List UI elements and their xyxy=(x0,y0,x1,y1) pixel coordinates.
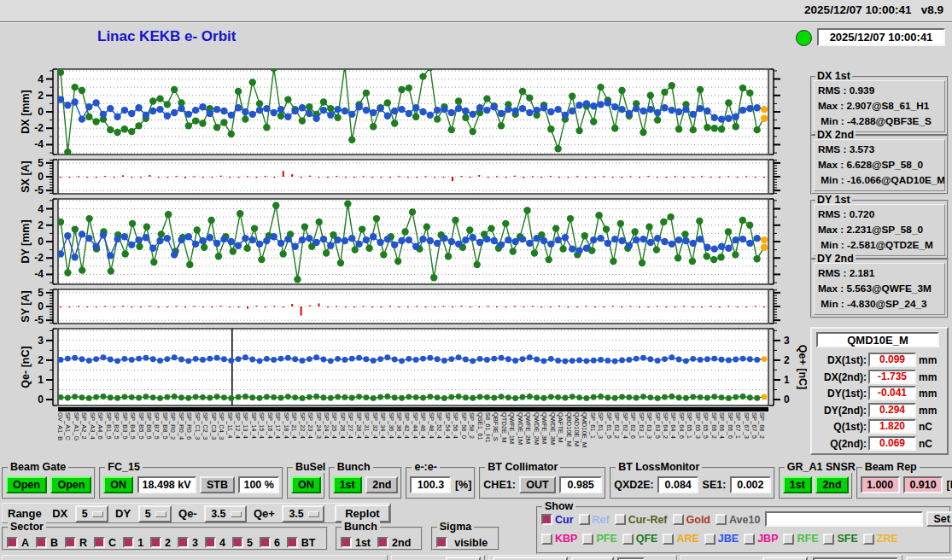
range-qem-label: Qe- xyxy=(178,507,197,520)
show-checkbox-ave10[interactable] xyxy=(715,514,727,525)
svg-text:0: 0 xyxy=(38,171,44,183)
dx-plot[interactable]: 420-2-4DX [mm] xyxy=(0,67,807,156)
control-row-3: Sector ABRC123456BT Bunch 1st2nd Sigma v… xyxy=(2,527,504,552)
x-axis-tick-bar xyxy=(58,407,768,411)
show-checkbox-zre[interactable] xyxy=(863,534,874,545)
bunch-select[interactable]: 1st xyxy=(571,557,614,560)
timestamp-box: 2025/12/07 10:00:41 xyxy=(817,28,945,46)
sector-checkbox-r[interactable] xyxy=(65,537,76,548)
bunch-checkbox-2nd[interactable] xyxy=(377,537,388,548)
che1-label: CHE1: xyxy=(483,479,516,491)
sector-label: 5 xyxy=(247,537,253,549)
dx1-rms: 0.939 xyxy=(850,85,875,96)
bpm-name: QMD10E_M xyxy=(816,332,939,347)
busel-on-button[interactable]: ON xyxy=(291,476,321,493)
sector-checkbox-5[interactable] xyxy=(232,537,243,548)
svg-text:0: 0 xyxy=(38,394,44,405)
ee-ratio-unit: [%] xyxy=(455,479,471,491)
sector-checkbox-a[interactable] xyxy=(7,537,18,548)
gra1-1st-button[interactable]: 1st xyxy=(783,476,812,493)
th-select[interactable]: A xyxy=(446,557,481,560)
sector-checkbox-1[interactable] xyxy=(123,537,134,548)
show-checkbox-pfe[interactable] xyxy=(582,534,593,545)
sp-select[interactable]: SP_A1_G xyxy=(493,557,568,560)
chg-th-group: chg th A xyxy=(391,555,485,560)
fc15-kv-value: 18.498 kV xyxy=(137,476,196,493)
bunch-label: 1st xyxy=(355,537,371,549)
show-checkbox-are[interactable] xyxy=(663,534,674,545)
show-label: Cur xyxy=(555,514,574,526)
range-qep-select[interactable]: 3.5 xyxy=(282,505,324,522)
sy-plot[interactable]: 50-5SY [A] xyxy=(0,288,807,325)
show-checkbox-kbp[interactable] xyxy=(541,534,552,545)
sector-label: 3 xyxy=(192,537,198,549)
sector-checkbox-bt[interactable] xyxy=(287,537,298,548)
sigma-visible-checkbox[interactable] xyxy=(436,537,447,548)
show-label: SFE xyxy=(837,533,857,545)
show-checkbox-qfe[interactable] xyxy=(622,534,634,545)
fc15-percent-value: 100 % xyxy=(238,476,278,493)
stat-box-dx-1st: DX 1st RMS : 0.939 Max : 2.907@S8_61_H1 … xyxy=(810,76,949,136)
sector-checkbox-4[interactable] xyxy=(205,537,216,548)
replot-button[interactable]: Replot xyxy=(335,505,389,522)
che1-out-button[interactable]: OUT xyxy=(519,476,555,493)
sector-checkbox-b[interactable] xyxy=(36,537,47,548)
ref-name-input[interactable] xyxy=(765,511,923,527)
show-checkbox-cur[interactable] xyxy=(541,514,552,525)
range-dy-select[interactable]: 5 xyxy=(138,505,172,522)
show-checkbox-rfe[interactable] xyxy=(783,534,794,545)
ee-ratio-frame: e-:e- 100.3 [%] xyxy=(406,467,476,499)
status-indicator-icon xyxy=(796,30,812,46)
fc15-stb-button[interactable]: STB xyxy=(200,476,235,493)
set-ref-button[interactable]: Set Ref xyxy=(926,511,952,527)
show-row-1: CurRefCur-RefGoldAve10 Set Ref xyxy=(541,510,947,528)
sector-checkbox-6[interactable] xyxy=(260,537,271,548)
beam-gate-open-2-button[interactable]: Open xyxy=(50,476,91,493)
bunch-1st-button[interactable]: 1st xyxy=(333,476,362,493)
show-checkbox-jbp[interactable] xyxy=(744,534,755,545)
titlebar-time: 2025/12/07 10:00:41 xyxy=(804,3,911,16)
sector-checkbox-3[interactable] xyxy=(178,537,189,548)
monitor-row: Q(1st):1.820nC xyxy=(814,417,945,434)
show-checkbox-cur-ref[interactable] xyxy=(615,514,626,525)
beam-gate-open-1-button[interactable]: Open xyxy=(6,476,47,493)
status-bar: syncdata init ZRE chg th A SP_A1_G 1st [… xyxy=(2,554,949,560)
svg-text:DY [mm]: DY [mm] xyxy=(20,219,32,263)
bunch-select-frame: Bunch 1st2nd xyxy=(336,527,423,551)
dy-plot[interactable]: 420-2-4DY [mm] xyxy=(0,197,807,286)
range-row: Range DX 5 DY 5 Qe- 3.5 Qe+ 3.5 Replot xyxy=(2,503,391,523)
beam-rep-1: 1.000 xyxy=(861,476,900,493)
dy2-min: -4.830@SP_24_3 xyxy=(847,298,927,310)
svg-text:5: 5 xyxy=(38,158,44,169)
show-label: ARE xyxy=(676,533,698,545)
page-title: Linac KEKB e- Orbit xyxy=(97,28,236,45)
svg-text:1: 1 xyxy=(38,374,44,386)
show-label: Cur-Ref xyxy=(628,514,668,526)
bunch-checkbox-1st[interactable] xyxy=(341,537,352,548)
gra1-2nd-button[interactable]: 2nd xyxy=(815,476,848,493)
resize-button[interactable]: resize xyxy=(906,557,952,560)
bunch-2nd-button[interactable]: 2nd xyxy=(365,476,398,493)
show-label: PFE xyxy=(596,533,616,545)
qe-plot[interactable]: 33221100Qe- [nC]Qe+ [nC] xyxy=(0,327,807,407)
svg-text:3: 3 xyxy=(38,335,44,347)
show-checkbox-sfe[interactable] xyxy=(823,534,834,545)
show-checkbox-gold[interactable] xyxy=(673,514,684,525)
beam-rep-2: 0.910 xyxy=(903,476,943,493)
dy2-rms: 2.181 xyxy=(850,267,875,279)
show-checkbox-ref[interactable] xyxy=(579,514,590,525)
sx-plot[interactable]: 50-5SX [A] xyxy=(0,158,807,195)
sector-checkbox-c[interactable] xyxy=(94,537,105,548)
sector-checkbox-2[interactable] xyxy=(150,537,161,548)
fc15-on-button[interactable]: ON xyxy=(103,476,133,493)
stat-box-dx-2nd: DX 2nd RMS : 3.573 Max : 6.628@SP_58_0 M… xyxy=(810,135,949,195)
svg-text:4: 4 xyxy=(38,73,44,85)
interval-select[interactable]: 300 xyxy=(762,557,808,560)
show-checkbox-jbe[interactable] xyxy=(704,534,715,545)
qxd2e-value: 0.084 xyxy=(657,476,698,493)
range-dx-select[interactable]: 5 xyxy=(75,505,108,522)
range-qem-select[interactable]: 3.5 xyxy=(204,505,246,522)
svg-text:Qe+ [nC]: Qe+ [nC] xyxy=(797,345,807,389)
dx2-min: -16.066@QAD10E_M xyxy=(847,174,945,186)
bt-lossmonitor-frame: BT LossMonitor QXD2E: 0.084 SE1: 0.002 xyxy=(610,467,775,499)
